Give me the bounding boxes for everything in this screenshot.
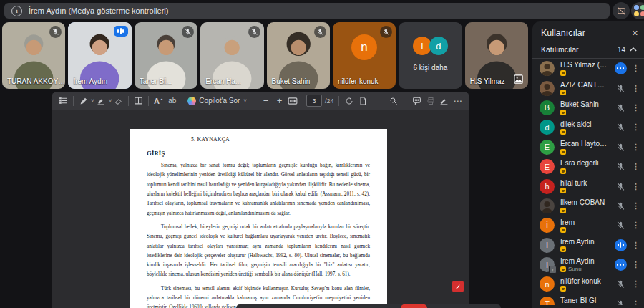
rotate-button[interactable] — [342, 95, 356, 107]
participant-menu-button[interactable]: ⋮ — [632, 162, 639, 171]
avatar: n — [351, 34, 377, 60]
page-number-input[interactable]: 3 — [306, 95, 322, 107]
mic-off-chip — [380, 26, 392, 38]
eraser-button[interactable] — [112, 95, 125, 107]
participant-row[interactable]: AZİZ CANTURK ⋮ — [532, 78, 644, 97]
mic-off-icon — [382, 28, 390, 36]
video-tile[interactable]: H.S Yilmaz — [465, 22, 528, 89]
participant-row[interactable]: İİrem Aydın⋮ — [532, 236, 644, 255]
participant-menu-button[interactable]: ⋮ — [632, 260, 639, 269]
speaking-indicator — [615, 239, 627, 251]
participant-row[interactable]: Ilkem ÇOBAN ⋮ — [532, 196, 644, 216]
collapse-chevron-icon[interactable] — [630, 47, 637, 52]
image-icon[interactable] — [513, 74, 524, 85]
presentation-banner: i İrem Aydın (Medya gösterme kontrolleri… — [4, 3, 610, 19]
participant-menu-button[interactable]: ⋮ — [632, 84, 639, 93]
avatar: İ↑ — [540, 257, 555, 272]
video-tile[interactable]: nnilüfer konuk — [333, 22, 396, 89]
zoom-in-button[interactable]: + — [273, 95, 286, 107]
read-aloud-button[interactable]: ab — [165, 95, 179, 107]
pen-chevron-icon[interactable]: ˅ — [91, 97, 94, 104]
participant-info: H.S Yilmaz (Siz) — [560, 61, 609, 76]
participant-row[interactable]: EErcan Haytoglu ⋮ — [532, 138, 644, 157]
draw-sign-button[interactable] — [437, 95, 451, 107]
participant-row[interactable]: BBuket Sahin ⋮ — [532, 98, 644, 117]
participant-row[interactable]: İ↑İrem AydınSunu⋮ — [532, 255, 644, 274]
mic-off-icon — [616, 84, 625, 93]
zoom-out-button[interactable]: − — [259, 95, 273, 107]
reactions-button[interactable] — [631, 2, 644, 19]
participant-status — [615, 201, 626, 211]
copilot-button[interactable]: Copilot'a Sor ˅ — [185, 97, 249, 105]
participant-status — [615, 162, 626, 171]
mic-off-icon — [184, 28, 192, 36]
participant-row[interactable]: ddilek akici ⋮ — [532, 117, 644, 137]
video-tile[interactable]: id6 kişi daha — [399, 22, 462, 89]
comments-button[interactable] — [410, 95, 424, 107]
participant-menu-button[interactable]: ⋮ — [632, 299, 639, 305]
participant-badges — [560, 168, 609, 174]
video-tile[interactable]: Ercan Ha... — [200, 22, 263, 89]
participant-menu-button[interactable]: ⋮ — [632, 279, 639, 289]
video-tile[interactable]: Buket Sahin — [267, 22, 330, 89]
pdf-icon[interactable] — [452, 281, 464, 292]
participant-row[interactable]: İİrem ⋮ — [532, 216, 644, 235]
pen-tool-button[interactable] — [77, 95, 90, 107]
mic-off-icon — [616, 103, 625, 112]
document-canvas[interactable]: 5. KAYNAKÇA GİRİŞ Sinema, yalnızca bir s… — [52, 110, 469, 308]
participant-info: nilüfer konuk — [560, 277, 609, 292]
search-icon[interactable] — [386, 95, 400, 107]
outline-icon[interactable] — [57, 95, 70, 107]
more-options-button[interactable]: ⋯ — [451, 95, 464, 107]
participant-menu-button[interactable]: ⋮ — [632, 241, 639, 250]
video-tile[interactable]: İrem Aydın — [68, 22, 131, 89]
banner-title: İrem Aydın (Medya gösterme kontrolleri) — [29, 6, 168, 15]
page-view-button[interactable] — [356, 95, 369, 107]
doc-heading: GİRİŞ — [147, 150, 370, 157]
yellow-badge-icon — [560, 188, 566, 193]
participant-menu-button[interactable]: ⋮ — [632, 64, 639, 73]
participant-status — [615, 103, 626, 112]
participant-row[interactable]: H.S Yilmaz (Siz)⋮ — [532, 59, 644, 78]
overflow-count-label: 6 kişi daha — [399, 64, 462, 72]
participant-menu-button[interactable]: ⋮ — [632, 201, 639, 211]
avatar-photo — [540, 198, 555, 213]
print-button[interactable] — [424, 95, 437, 107]
participant-badges — [560, 208, 609, 213]
participant-info: Buket Sahin — [560, 100, 609, 115]
mic-off-icon — [616, 201, 625, 211]
participant-name: H.S Yilmaz (Siz) — [560, 61, 609, 69]
video-tile[interactable]: TURAN AKKOYUN — [2, 22, 65, 89]
end-call-button-hint[interactable] — [401, 304, 427, 308]
participant-row[interactable]: EEsra değerli ⋮ — [532, 157, 644, 176]
participant-menu-button[interactable]: ⋮ — [632, 182, 639, 191]
participant-menu-button[interactable]: ⋮ — [632, 221, 639, 230]
participant-name-label: İrem Aydın — [73, 77, 107, 85]
participants-section-header[interactable]: Katılımcılar 14 — [532, 42, 644, 59]
cast-off-button[interactable] — [613, 2, 630, 19]
participant-info: Esra değerli — [560, 159, 609, 174]
video-tile[interactable]: Taner Bİ... — [135, 22, 197, 89]
text-size-button[interactable]: A⌃ — [152, 95, 165, 107]
participant-row[interactable]: hhilal turk ⋮ — [532, 176, 644, 196]
shared-document-viewer: ˅ ˅ A⌃ ab Copilot'a Sor ˅ − + 3 /24 — [52, 92, 469, 308]
highlighter-button[interactable] — [94, 95, 108, 107]
mic-off-icon — [52, 28, 59, 36]
close-icon[interactable]: ✕ — [632, 29, 638, 38]
participant-row[interactable]: TTaner Bİ Gİ ⋮ — [532, 294, 644, 305]
participant-menu-button[interactable]: ⋮ — [632, 103, 639, 112]
participant-menu-button[interactable]: ⋮ — [632, 122, 639, 132]
avatar: d — [540, 120, 555, 135]
info-icon[interactable]: i — [11, 6, 22, 16]
participant-row[interactable]: nnilüfer konuk ⋮ — [532, 274, 644, 294]
participant-name-label: nilüfer konuk — [338, 77, 379, 85]
presenting-badge-icon: ↑ — [549, 266, 557, 274]
participant-menu-button[interactable]: ⋮ — [632, 143, 639, 152]
participant-name-label: H.S Yilmaz — [470, 77, 505, 85]
participant-badges — [560, 246, 609, 252]
participant-status — [615, 122, 626, 132]
page-columns-button[interactable] — [132, 95, 145, 107]
participant-status — [615, 182, 626, 191]
participant-info: Ercan Haytoglu — [560, 140, 609, 155]
fit-width-button[interactable] — [286, 95, 300, 107]
